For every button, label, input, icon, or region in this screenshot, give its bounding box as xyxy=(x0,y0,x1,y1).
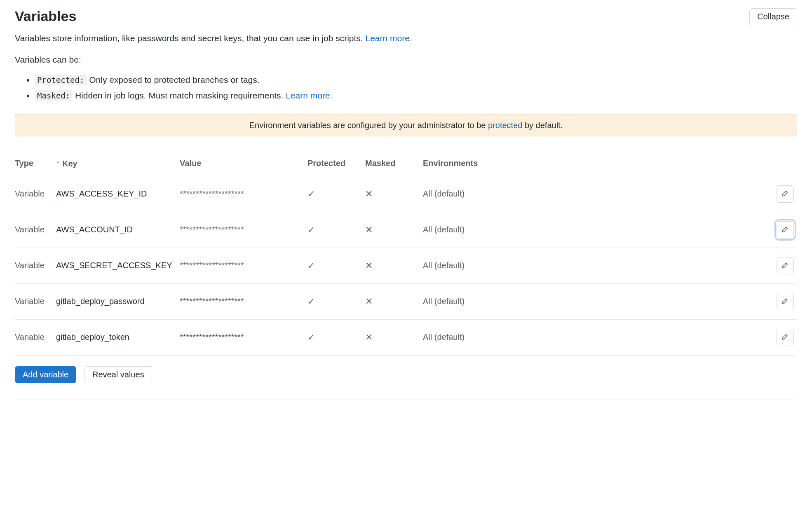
th-key-label: Key xyxy=(62,159,77,168)
can-be-label: Variables can be: xyxy=(15,55,797,65)
cell-edit xyxy=(774,283,797,319)
cell-protected: ✓ xyxy=(307,176,365,212)
cell-key: AWS_SECRET_ACCESS_KEY xyxy=(56,248,180,283)
add-variable-button[interactable]: Add variable xyxy=(15,366,76,383)
section-divider xyxy=(15,400,797,400)
cell-key: AWS_ACCOUNT_ID xyxy=(56,212,180,248)
cell-edit xyxy=(774,248,797,283)
th-type[interactable]: Type xyxy=(15,153,56,176)
cell-type: Variable xyxy=(15,319,56,355)
cell-masked: ✕ xyxy=(365,248,423,283)
cell-value: ******************** xyxy=(180,248,307,283)
th-value[interactable]: Value xyxy=(180,153,307,176)
section-lead: Variables store information, like passwo… xyxy=(15,33,797,43)
cross-icon: ✕ xyxy=(365,225,373,235)
cell-type: Variable xyxy=(15,248,56,283)
masked-text: Hidden in job logs. Must match masking r… xyxy=(73,91,286,100)
cell-env: All (default) xyxy=(423,212,774,248)
cell-masked: ✕ xyxy=(365,319,423,355)
sort-asc-icon: ↑ xyxy=(56,160,60,167)
cell-edit xyxy=(774,176,797,212)
alert-before: Environment variables are configured by … xyxy=(249,121,488,130)
cell-env: All (default) xyxy=(423,248,774,283)
cross-icon: ✕ xyxy=(365,296,373,307)
cell-protected: ✓ xyxy=(307,248,365,283)
pencil-icon xyxy=(781,225,789,234)
cell-edit xyxy=(774,319,797,355)
edit-variable-button[interactable] xyxy=(777,221,794,239)
cell-type: Variable xyxy=(15,176,56,212)
table-row: VariableAWS_ACCOUNT_ID******************… xyxy=(15,212,797,248)
th-env[interactable]: Environments xyxy=(423,153,774,176)
cell-key: gitlab_deploy_token xyxy=(56,319,180,355)
cell-masked: ✕ xyxy=(365,283,423,319)
cell-type: Variable xyxy=(15,283,56,319)
cell-value: ******************** xyxy=(180,319,307,355)
protected-tag: Protected: xyxy=(35,75,87,85)
table-row: VariableAWS_ACCESS_KEY_ID***************… xyxy=(15,176,797,212)
edit-variable-button[interactable] xyxy=(777,185,794,203)
th-actions xyxy=(774,153,797,176)
cell-value: ******************** xyxy=(180,283,307,319)
table-row: VariableAWS_SECRET_ACCESS_KEY***********… xyxy=(15,248,797,283)
cell-protected: ✓ xyxy=(307,319,365,355)
masking-learn-more-link[interactable]: Learn more. xyxy=(286,91,332,100)
footer-actions: Add variable Reveal values xyxy=(15,366,797,383)
protected-desc: Protected: Only exposed to protected bra… xyxy=(35,73,797,87)
cross-icon: ✕ xyxy=(365,260,373,271)
table-row: Variablegitlab_deploy_token*************… xyxy=(15,319,797,355)
lead-text: Variables store information, like passwo… xyxy=(15,33,366,43)
check-icon: ✓ xyxy=(307,189,315,199)
cross-icon: ✕ xyxy=(365,189,373,199)
protected-text: Only exposed to protected branches or ta… xyxy=(87,75,259,84)
check-icon: ✓ xyxy=(307,332,315,343)
cell-masked: ✕ xyxy=(365,176,423,212)
edit-variable-button[interactable] xyxy=(777,257,794,274)
cell-value: ******************** xyxy=(180,176,307,212)
cell-env: All (default) xyxy=(423,319,774,355)
cell-key: AWS_ACCESS_KEY_ID xyxy=(56,176,180,212)
pencil-icon xyxy=(781,261,789,270)
pencil-icon xyxy=(781,332,789,342)
cell-protected: ✓ xyxy=(307,212,365,248)
cell-value: ******************** xyxy=(180,212,307,248)
th-masked[interactable]: Masked xyxy=(365,153,423,176)
pencil-icon xyxy=(781,189,789,199)
cell-type: Variable xyxy=(15,212,56,248)
cell-protected: ✓ xyxy=(307,283,365,319)
variables-table: Type ↑ Key Value Protected Masked Enviro… xyxy=(15,153,797,356)
alert-protected-link[interactable]: protected xyxy=(488,121,522,130)
cell-env: All (default) xyxy=(423,176,774,212)
cell-edit xyxy=(774,212,797,248)
reveal-values-button[interactable]: Reveal values xyxy=(84,366,152,383)
cell-key: gitlab_deploy_password xyxy=(56,283,180,319)
cell-masked: ✕ xyxy=(365,212,423,248)
th-key[interactable]: ↑ Key xyxy=(56,153,180,176)
cell-env: All (default) xyxy=(423,283,774,319)
edit-variable-button[interactable] xyxy=(777,329,794,346)
collapse-button[interactable]: Collapse xyxy=(749,8,797,25)
cross-icon: ✕ xyxy=(365,332,373,343)
masked-desc: Masked: Hidden in job logs. Must match m… xyxy=(35,89,797,103)
alert-after: by default. xyxy=(522,121,563,130)
pencil-icon xyxy=(781,297,789,306)
section-title: Variables xyxy=(15,8,76,24)
th-protected[interactable]: Protected xyxy=(307,153,365,176)
protected-default-alert: Environment variables are configured by … xyxy=(15,115,797,136)
check-icon: ✓ xyxy=(307,260,315,271)
check-icon: ✓ xyxy=(307,296,315,307)
masked-tag: Masked: xyxy=(35,90,73,101)
variable-type-list: Protected: Only exposed to protected bra… xyxy=(15,73,797,102)
learn-more-link[interactable]: Learn more. xyxy=(366,33,412,43)
table-row: Variablegitlab_deploy_password**********… xyxy=(15,283,797,319)
check-icon: ✓ xyxy=(307,225,315,235)
edit-variable-button[interactable] xyxy=(777,293,794,310)
